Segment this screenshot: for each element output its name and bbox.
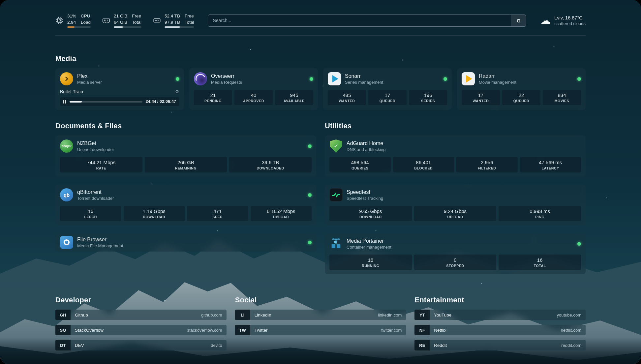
sonarr-icon	[328, 72, 341, 85]
bookmark-abbr: GH	[55, 310, 71, 320]
stat-label: RUNNING	[331, 264, 411, 268]
search-provider-button[interactable]: G	[511, 15, 526, 26]
stat-approved: 40 APPROVED	[234, 90, 273, 105]
qbittorrent-icon: qb	[60, 188, 73, 201]
stat-seed: 471 SEED	[187, 206, 248, 221]
cpu-progress-bar	[67, 26, 91, 28]
app-name: Speedtest	[347, 189, 581, 195]
section-utilities: Utilities ✓ AdGuard Home DNS and adblock…	[325, 122, 586, 274]
nzbget-icon: nzbget	[60, 139, 73, 153]
card-speedtest[interactable]: Speedtest Speedtest Tracking 9.65 Gbps D…	[325, 184, 586, 225]
plex-player-bar: 24:44 / 02:06:47	[60, 97, 179, 106]
playback-progress-bar[interactable]	[70, 101, 142, 103]
pause-button[interactable]	[63, 100, 66, 104]
card-media-portainer[interactable]: Media Portainer Container management 16 …	[325, 233, 586, 274]
app-description: Media Requests	[211, 80, 306, 85]
app-description: DNS and adblocking	[347, 147, 581, 152]
stat-value: 618.52 Mbps	[252, 208, 311, 214]
dashboard-screen: 31% CPU 2.94 Load	[0, 0, 641, 364]
bookmark-twitter[interactable]: TW Twitter twitter.com	[235, 325, 406, 335]
stat-label: SEED	[188, 215, 247, 219]
card-filebrowser[interactable]: File Browser Media File Management	[55, 233, 316, 252]
status-dot	[308, 193, 312, 197]
speedtest-icon	[329, 188, 343, 201]
stat-value: 744.21 Mbps	[61, 160, 141, 165]
stat-value: 21	[195, 92, 231, 98]
bookmark-name: LinkedIn	[250, 313, 378, 318]
stat-value: 47.569 ms	[521, 160, 580, 165]
stat-label: PENDING	[195, 99, 231, 103]
bookmark-name: Reddit	[430, 343, 561, 348]
card-header: Plex Media server	[60, 72, 179, 85]
stat-filtered: 2,956 FILTERED	[456, 157, 518, 172]
stat-wanted: 17 WANTED	[462, 90, 500, 105]
status-dot	[308, 241, 312, 244]
stat-value: 945	[276, 92, 312, 98]
disk-free-label: Free	[185, 13, 194, 19]
stat-label: QUEUED	[504, 99, 539, 103]
bookmark-dev-to[interactable]: DT DEV dev.to	[55, 340, 227, 350]
stat-label: REMAINING	[146, 166, 226, 170]
search-bar[interactable]: G	[208, 15, 526, 27]
stat-pending: 21 PENDING	[194, 90, 232, 105]
app-name: Plex	[77, 73, 172, 79]
stat-stopped: 0 STOPPED	[414, 255, 497, 270]
stat-queued: 17 QUEUED	[368, 90, 407, 105]
bookmark-abbr: SO	[55, 325, 71, 335]
cloud-icon: ☁	[540, 15, 551, 26]
developer-section-title: Developer	[55, 296, 227, 304]
stat-value: 471	[188, 208, 247, 214]
section-social: Social LI LinkedIn linkedin.com TW Twitt…	[235, 296, 406, 350]
stat-label: APPROVED	[236, 99, 271, 103]
bookmark-reddit[interactable]: RE Reddit reddit.com	[414, 340, 586, 350]
app-name: File Browser	[77, 236, 304, 243]
status-dot	[310, 77, 313, 81]
search-input[interactable]	[208, 15, 511, 26]
radarr-icon	[462, 72, 475, 85]
system-resources: 31% CPU 2.94 Load	[55, 13, 194, 28]
disk-progress-bar	[165, 26, 194, 28]
top-bar: 31% CPU 2.94 Load	[55, 0, 586, 28]
bookmark-github[interactable]: GH Github github.com	[55, 310, 227, 320]
overseerr-icon	[194, 72, 207, 85]
memory-total-label: Total	[132, 19, 141, 25]
stat-running: 16 RUNNING	[329, 255, 412, 270]
status-dot	[308, 144, 312, 148]
card-radarr[interactable]: Radarr Movie management 17 WANTED 22 QUE…	[457, 68, 586, 110]
stat-download: 1.19 Gbps DOWNLOAD	[124, 206, 185, 221]
weather-widget: ☁ Lviv, 16.87°C scattered clouds	[540, 15, 586, 26]
card-nzbget[interactable]: nzbget NZBGet Usenet downloader 744.21 M…	[55, 136, 316, 176]
section-media: Media Plex Media server Bullet Train ⚙	[55, 54, 586, 110]
stat-label: MOVIES	[544, 99, 580, 103]
stat-movies: 834 MOVIES	[543, 90, 581, 105]
app-description: Movie management	[479, 80, 573, 85]
bookmark-youtube[interactable]: YT YouTube youtube.com	[414, 310, 586, 320]
stat-queued: 22 QUEUED	[502, 90, 540, 105]
stat-label: BLOCKED	[394, 166, 453, 170]
stat-value: 9.65 Gbps	[331, 208, 411, 214]
card-adguard-home[interactable]: ✓ AdGuard Home DNS and adblocking 498,56…	[325, 136, 586, 176]
disk-free-value: 52.4 TB	[165, 13, 180, 19]
card-header: Media Portainer Container management	[329, 237, 581, 250]
card-overseerr[interactable]: Overseerr Media Requests 21 PENDING 40 A…	[189, 68, 318, 110]
card-header: Overseerr Media Requests	[194, 72, 313, 85]
card-qbittorrent[interactable]: qb qBittorrent Torrent downloader 16 LEE…	[55, 184, 316, 225]
app-name: Radarr	[479, 73, 573, 79]
stat-label: LATENCY	[521, 166, 580, 170]
bookmark-linkedin[interactable]: LI LinkedIn linkedin.com	[235, 310, 406, 320]
stat-value: 485	[329, 92, 365, 98]
card-header: nzbget NZBGet Usenet downloader	[60, 139, 312, 153]
status-dot	[176, 77, 179, 81]
card-sonarr[interactable]: Sonarr Series management 485 WANTED 17 Q…	[323, 68, 452, 110]
bookmark-netflix[interactable]: NF Netflix netflix.com	[414, 325, 586, 335]
bookmark-name: Twitter	[250, 328, 382, 333]
resource-cpu: 31% CPU 2.94 Load	[55, 13, 91, 28]
bookmark-abbr: TW	[235, 325, 250, 335]
bookmark-stackoverflow[interactable]: SO StackOverflow stackoverflow.com	[55, 325, 227, 335]
stat-label: FILTERED	[458, 166, 516, 170]
stat-label: RATE	[61, 166, 141, 170]
bookmark-domain: twitter.com	[381, 328, 406, 333]
card-plex[interactable]: Plex Media server Bullet Train ⚙	[55, 68, 184, 110]
stat-label: DOWNLOAD	[125, 215, 184, 219]
settings-gear-icon[interactable]: ⚙	[175, 89, 179, 95]
